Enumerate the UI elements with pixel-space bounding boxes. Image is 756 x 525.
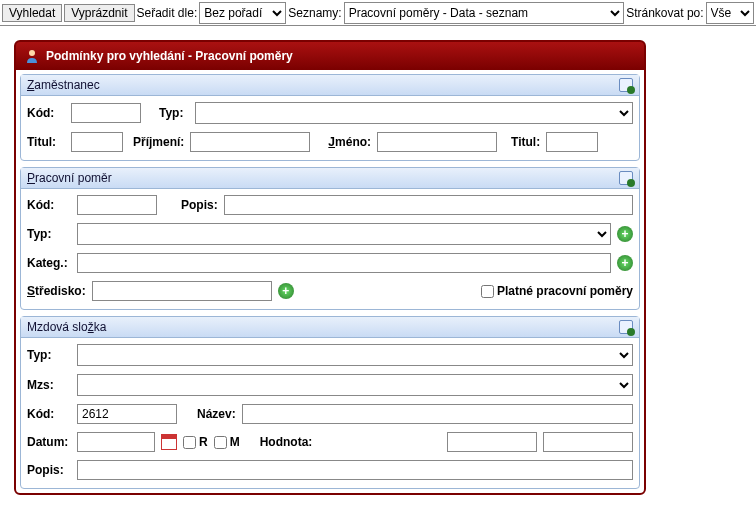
expand-icon[interactable] [619,320,633,334]
person-icon [24,48,40,64]
emp-titul-input[interactable] [71,132,123,152]
empmnt-platne-label: Platné pracovní poměry [497,284,633,298]
lists-select[interactable]: Pracovní poměry - Data - seznam [344,2,625,24]
section-employment: Pracovní poměr Kód: Popis: Typ: + [20,167,640,310]
emp-typ-select[interactable] [195,102,633,124]
empmnt-kateg-input[interactable] [77,253,611,273]
add-kateg-button[interactable]: + [617,255,633,271]
emp-typ-label: Typ: [159,106,189,120]
empmnt-typ-select[interactable] [77,223,611,245]
section-employee: Zaměstnanec Kód: Typ: Titul: Příjmení: [20,74,640,161]
empmnt-stredisko-input[interactable] [92,281,272,301]
section-wage: Mzdová složka Typ: Mzs: Kód: [20,316,640,489]
wage-kod-label: Kód: [27,407,71,421]
wage-mzs-label: Mzs: [27,378,71,392]
emp-jmeno-input[interactable] [377,132,497,152]
wage-m-checkbox[interactable] [214,436,227,449]
wage-mzs-select[interactable] [77,374,633,396]
emp-titul2-input[interactable] [546,132,598,152]
empmnt-kod-input[interactable] [77,195,157,215]
emp-prijmeni-input[interactable] [190,132,310,152]
panel-title: Podmínky pro vyhledání - Pracovní poměry [46,49,293,63]
empmnt-platne-checkbox[interactable] [481,285,494,298]
add-stredisko-button[interactable]: + [278,283,294,299]
expand-icon[interactable] [619,171,633,185]
add-typ-button[interactable]: + [617,226,633,242]
emp-prijmeni-label: Příjmení: [133,135,184,149]
clear-button[interactable]: Vyprázdnit [64,4,134,22]
wage-datum-label: Datum: [27,435,71,449]
paginate-select[interactable]: Vše [706,2,754,24]
wage-r-label: R [199,435,208,449]
section-employment-header: Pracovní poměr [21,168,639,189]
wage-datum-input[interactable] [77,432,155,452]
wage-kod-input[interactable] [77,404,177,424]
empmnt-kateg-label: Kateg.: [27,256,71,270]
emp-jmeno-label: Jméno: [328,135,371,149]
section-wage-title: Mzdová složka [27,320,106,334]
empmnt-popis-label: Popis: [181,198,218,212]
sort-label: Seřadit dle: [137,6,198,20]
wage-nazev-input[interactable] [242,404,633,424]
section-employee-header: Zaměstnanec [21,75,639,96]
calendar-icon[interactable] [161,434,177,450]
emp-kod-label: Kód: [27,106,65,120]
paginate-label: Stránkovat po: [626,6,703,20]
svg-point-0 [29,50,35,56]
expand-icon[interactable] [619,78,633,92]
wage-hodnota-from-input[interactable] [447,432,537,452]
wage-typ-select[interactable] [77,344,633,366]
wage-m-label: M [230,435,240,449]
wage-popis-label: Popis: [27,463,71,477]
section-employment-title: Pracovní poměr [27,171,112,185]
search-conditions-panel: Podmínky pro vyhledání - Pracovní poměry… [14,40,646,495]
wage-popis-input[interactable] [77,460,633,480]
emp-titul2-label: Titul: [511,135,540,149]
sort-select[interactable]: Bez pořadí [199,2,286,24]
wage-nazev-label: Název: [197,407,236,421]
lists-label: Seznamy: [288,6,341,20]
top-toolbar: Vyhledat Vyprázdnit Seřadit dle: Bez poř… [0,0,756,26]
section-employee-title: Zaměstnanec [27,78,100,92]
wage-r-checkbox[interactable] [183,436,196,449]
emp-kod-input[interactable] [71,103,141,123]
search-button[interactable]: Vyhledat [2,4,62,22]
wage-hodnota-to-input[interactable] [543,432,633,452]
emp-titul-label: Titul: [27,135,65,149]
section-wage-header: Mzdová složka [21,317,639,338]
panel-header: Podmínky pro vyhledání - Pracovní poměry [16,42,644,70]
empmnt-stredisko-label: Středisko: [27,284,86,298]
empmnt-kod-label: Kód: [27,198,71,212]
empmnt-popis-input[interactable] [224,195,633,215]
empmnt-typ-label: Typ: [27,227,71,241]
wage-typ-label: Typ: [27,348,71,362]
wage-hodnota-label: Hodnota: [260,435,313,449]
